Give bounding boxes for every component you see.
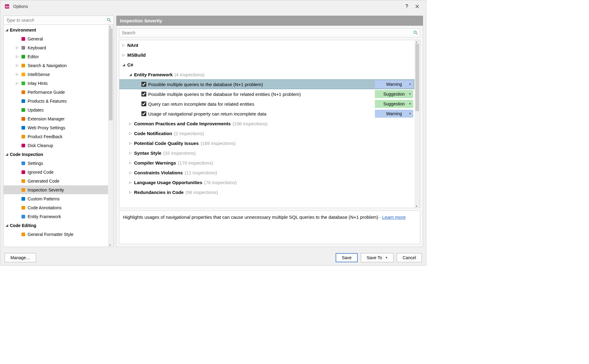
cancel-button[interactable]: Cancel <box>397 253 422 262</box>
chevron-right-icon[interactable]: ▷ <box>16 63 20 67</box>
sidebar-item[interactable]: ▷Search & Navigation <box>4 61 114 70</box>
chevron-right-icon[interactable]: ▷ <box>129 180 134 184</box>
chevron-right-icon[interactable]: ▷ <box>129 141 134 145</box>
scroll-down-icon[interactable]: ▾ <box>109 243 111 247</box>
sidebar-item[interactable]: Product Feedback <box>4 132 114 141</box>
chevron-right-icon[interactable]: ▷ <box>16 81 20 85</box>
severity-dropdown[interactable]: Suggestion▼ <box>375 100 413 108</box>
inspection-checkbox[interactable] <box>141 101 146 106</box>
chevron-right-icon[interactable]: ▷ <box>129 131 134 135</box>
chevron-down-icon[interactable]: ◢ <box>122 63 127 67</box>
inspection-subcategory[interactable]: ▷Potential Code Quality Issues(169 inspe… <box>119 138 420 148</box>
sidebar-item[interactable]: Custom Patterns <box>4 194 114 203</box>
sidebar-group[interactable]: ◢Code Inspection <box>4 150 114 159</box>
inspection-subcategory[interactable]: ▷Language Usage Opportunities(76 inspect… <box>119 177 420 187</box>
inspection-item[interactable]: Possible multiple queries to the databas… <box>119 89 420 99</box>
category-label: MSBuild <box>127 52 146 58</box>
sidebar-search-input[interactable] <box>6 18 106 23</box>
chevron-right-icon[interactable]: ▷ <box>129 161 134 165</box>
content-search[interactable] <box>119 28 420 37</box>
scroll-down-icon[interactable]: ▾ <box>416 204 417 208</box>
inspection-tree[interactable]: ▷NAnt▷MSBuild◢C#◢Entity Framework(4 insp… <box>119 40 420 208</box>
chevron-right-icon[interactable]: ▷ <box>16 46 20 50</box>
inspection-subcategory[interactable]: ▷Syntax Style(32 inspections) <box>119 148 420 158</box>
scrollbar[interactable]: ▴ ▾ <box>414 40 420 208</box>
search-icon[interactable] <box>106 17 112 23</box>
severity-dropdown[interactable]: Suggestion▼ <box>375 90 413 98</box>
sidebar-item[interactable]: General Formatter Style <box>4 230 114 239</box>
severity-dropdown[interactable]: Warning▼ <box>375 80 413 88</box>
sidebar-item[interactable]: Code Annotations <box>4 203 114 212</box>
scroll-up-icon[interactable]: ▴ <box>109 25 111 28</box>
sidebar-item[interactable]: Generated Code <box>4 176 114 185</box>
inspection-item[interactable]: Usage of navigational property can retur… <box>119 109 420 119</box>
inspection-item[interactable]: Query can return incomplete data for rel… <box>119 99 420 109</box>
chevron-down-icon[interactable]: ◢ <box>6 223 10 227</box>
chevron-down-icon[interactable]: ◢ <box>6 28 10 32</box>
chevron-right-icon[interactable]: ▷ <box>16 72 20 76</box>
inspection-subcategory[interactable]: ▷Compiler Warnings(170 inspections) <box>119 158 420 168</box>
sidebar-item[interactable]: Inspection Severity <box>4 185 114 194</box>
scrollbar[interactable]: ▴ ▾ <box>108 25 114 247</box>
sidebar-item[interactable]: Products & Features <box>4 97 114 105</box>
inspection-subcategory[interactable]: ▷Constraints Violations(11 inspections) <box>119 168 420 177</box>
sidebar-item[interactable]: Settings <box>4 159 114 168</box>
inspection-category[interactable]: ▷MSBuild <box>119 50 420 60</box>
content-search-input[interactable] <box>122 30 413 35</box>
inspection-category[interactable]: ◢C# <box>119 60 420 70</box>
sidebar-item[interactable]: ▷Inlay Hints <box>4 79 114 88</box>
inspection-item[interactable]: Possible multiple queries to the databas… <box>119 79 420 89</box>
manage-button[interactable]: Manage… <box>5 253 36 262</box>
sidebar-search[interactable] <box>3 16 114 25</box>
sidebar-item[interactable]: ▷IntelliSense <box>4 70 114 79</box>
inspection-checkbox[interactable] <box>141 82 146 87</box>
svg-rect-16 <box>21 144 25 147</box>
save-to-button[interactable]: Save To▼ <box>361 253 394 262</box>
chevron-right-icon[interactable]: ▷ <box>122 53 127 57</box>
sidebar-item[interactable]: Performance Guide <box>4 88 114 97</box>
chevron-right-icon[interactable]: ▷ <box>129 151 134 155</box>
inspection-subcategory[interactable]: ◢Entity Framework(4 inspections) <box>119 70 420 79</box>
inspection-count: (106 inspections) <box>233 121 268 126</box>
save-button[interactable]: Save <box>336 253 358 262</box>
chevron-right-icon[interactable]: ▷ <box>129 190 134 194</box>
sidebar-item-label: Custom Patterns <box>28 196 60 201</box>
inspection-subcategory[interactable]: ▷Common Practices and Code Improvements(… <box>119 119 420 128</box>
close-button[interactable] <box>412 1 422 12</box>
inspection-category[interactable]: ▷NAnt <box>119 40 420 50</box>
sidebar-item[interactable]: ▷Keyboard <box>4 43 114 52</box>
search-icon[interactable] <box>413 30 419 36</box>
inspection-checkbox[interactable] <box>141 111 146 116</box>
scroll-thumb[interactable] <box>415 44 419 111</box>
learn-more-link[interactable]: Learn more <box>382 214 406 220</box>
sidebar-item[interactable]: General <box>4 34 114 43</box>
chevron-down-icon[interactable]: ◢ <box>6 152 10 156</box>
chevron-right-icon[interactable]: ▷ <box>129 122 134 126</box>
sidebar-group[interactable]: ◢Environment <box>4 25 114 34</box>
inspection-subcategory[interactable]: ▷Redundancies in Code(96 inspections) <box>119 187 420 197</box>
chevron-down-icon[interactable]: ◢ <box>129 73 134 77</box>
severity-dropdown[interactable]: Warning▼ <box>375 110 413 118</box>
sidebar-item[interactable]: ▷Editor <box>4 52 114 61</box>
chevron-right-icon[interactable]: ▷ <box>129 171 134 175</box>
sidebar-group[interactable]: ◢Code Editing <box>4 221 114 230</box>
chevron-right-icon[interactable]: ▷ <box>122 43 127 47</box>
sidebar-item[interactable]: Entity Framework <box>4 212 114 221</box>
inspection-subcategory[interactable]: ▷Code Notification(2 inspections) <box>119 128 420 138</box>
scroll-up-icon[interactable]: ▴ <box>416 40 417 44</box>
sidebar-tree[interactable]: ◢EnvironmentGeneral▷Keyboard▷Editor▷Sear… <box>3 25 114 247</box>
sidebar-item[interactable]: Extension Manager <box>4 114 114 123</box>
inspection-label: Usage of navigational property can retur… <box>148 111 375 116</box>
help-button[interactable]: ? <box>402 1 412 12</box>
chevron-right-icon[interactable]: ▷ <box>16 55 20 59</box>
sidebar-item[interactable]: Ignored Code <box>4 168 114 176</box>
svg-rect-19 <box>21 179 25 183</box>
sidebar-item[interactable]: Web Proxy Settings <box>4 123 114 132</box>
chevron-down-icon: ▼ <box>385 256 388 259</box>
scroll-thumb[interactable] <box>109 28 113 120</box>
chevron-down-icon: ▼ <box>409 93 411 96</box>
svg-rect-10 <box>21 90 25 94</box>
inspection-checkbox[interactable] <box>141 92 146 97</box>
sidebar-item[interactable]: Disk Cleanup <box>4 141 114 150</box>
sidebar-item[interactable]: Updates <box>4 105 114 114</box>
